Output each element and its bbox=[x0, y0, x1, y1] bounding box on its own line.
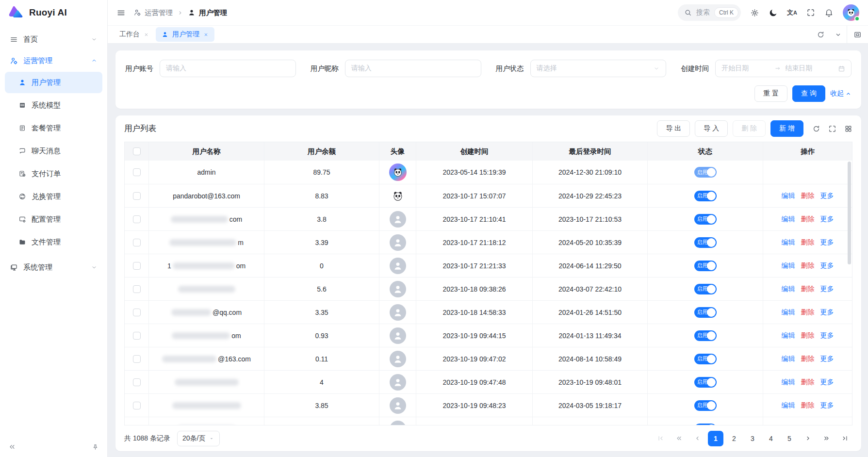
page-button-2[interactable]: 2 bbox=[726, 431, 742, 446]
status-toggle[interactable]: 启用 bbox=[694, 330, 717, 341]
edit-link[interactable]: 编辑 bbox=[782, 401, 795, 410]
delete-button[interactable]: 删 除 bbox=[733, 120, 766, 137]
more-link[interactable]: 更多 bbox=[820, 238, 834, 247]
row-checkbox[interactable] bbox=[133, 215, 141, 223]
search-button[interactable]: 查 询 bbox=[792, 85, 825, 102]
sidebar-item-file-management[interactable]: 文件管理 bbox=[5, 231, 102, 253]
status-toggle[interactable]: 启用 bbox=[694, 214, 717, 225]
status-toggle[interactable]: 启用 bbox=[694, 237, 717, 248]
last-page-button[interactable] bbox=[837, 431, 852, 446]
edit-link[interactable]: 编辑 bbox=[782, 238, 795, 247]
edit-link[interactable]: 编辑 bbox=[782, 285, 795, 294]
sidebar-item-system-model[interactable]: 系统模型 bbox=[5, 95, 102, 116]
content-fullscreen-icon[interactable] bbox=[847, 26, 868, 43]
dark-mode-moon-icon[interactable] bbox=[769, 8, 778, 17]
row-checkbox[interactable] bbox=[133, 355, 141, 363]
status-toggle[interactable]: 启用 bbox=[694, 307, 717, 318]
pin-sidebar-icon[interactable] bbox=[89, 441, 101, 453]
notifications-bell-icon[interactable] bbox=[824, 8, 834, 17]
menu-toggle-icon[interactable] bbox=[116, 8, 126, 17]
delete-link[interactable]: 删除 bbox=[801, 285, 815, 294]
sidebar-item-config-management[interactable]: 配置管理 bbox=[5, 209, 102, 230]
delete-link[interactable]: 删除 bbox=[801, 308, 815, 317]
table-refresh-icon[interactable] bbox=[812, 125, 820, 133]
delete-link[interactable]: 删除 bbox=[801, 215, 815, 224]
previous-page-button[interactable] bbox=[689, 431, 705, 446]
reset-button[interactable]: 重 置 bbox=[754, 85, 787, 102]
table-scrollbar[interactable] bbox=[848, 162, 851, 424]
filter-user-status-select[interactable]: 请选择 bbox=[530, 60, 667, 77]
row-checkbox[interactable] bbox=[133, 402, 141, 409]
row-checkbox[interactable] bbox=[133, 262, 141, 270]
settings-gear-icon[interactable] bbox=[750, 8, 759, 17]
more-link[interactable]: 更多 bbox=[820, 261, 834, 270]
export-button[interactable]: 导 出 bbox=[657, 120, 690, 137]
status-toggle[interactable]: 启用 bbox=[694, 354, 717, 364]
column-settings-grid-icon[interactable] bbox=[844, 125, 852, 133]
user-avatar[interactable] bbox=[843, 4, 859, 21]
edit-link[interactable]: 编辑 bbox=[782, 331, 795, 340]
tab-user-management[interactable]: 用户管理 bbox=[156, 27, 214, 42]
filter-user-account-input[interactable]: 请输入 bbox=[160, 60, 296, 77]
tab-close-icon[interactable] bbox=[144, 32, 149, 37]
jump-back-button[interactable] bbox=[671, 431, 687, 446]
breadcrumb-item-user-management[interactable]: 用户管理 bbox=[188, 8, 227, 17]
tab-close-icon[interactable] bbox=[203, 32, 209, 37]
breadcrumb-item-operations[interactable]: 运营管理 bbox=[133, 8, 173, 17]
tab-workbench[interactable]: 工作台 bbox=[114, 27, 155, 42]
page-size-select[interactable]: 20条/页 bbox=[177, 431, 220, 446]
status-toggle[interactable]: 启用 bbox=[694, 400, 717, 411]
row-checkbox[interactable] bbox=[133, 309, 141, 316]
more-link[interactable]: 更多 bbox=[820, 355, 834, 363]
row-checkbox[interactable] bbox=[133, 378, 141, 386]
delete-link[interactable]: 删除 bbox=[801, 355, 815, 363]
delete-link[interactable]: 删除 bbox=[801, 378, 815, 387]
row-checkbox[interactable] bbox=[133, 332, 141, 340]
more-link[interactable]: 更多 bbox=[820, 285, 834, 294]
import-button[interactable]: 导 入 bbox=[695, 120, 728, 137]
delete-link[interactable]: 删除 bbox=[801, 401, 815, 410]
more-link[interactable]: 更多 bbox=[820, 192, 834, 200]
sidebar-item-exchange-management[interactable]: 兑换管理 bbox=[5, 186, 102, 207]
refresh-page-icon[interactable] bbox=[812, 26, 829, 43]
more-link[interactable]: 更多 bbox=[820, 378, 834, 387]
delete-link[interactable]: 删除 bbox=[801, 192, 815, 200]
edit-link[interactable]: 编辑 bbox=[782, 215, 795, 224]
status-toggle[interactable]: 启用 bbox=[694, 167, 717, 178]
page-button-4[interactable]: 4 bbox=[763, 431, 779, 446]
row-checkbox[interactable] bbox=[133, 192, 141, 200]
jump-forward-button[interactable] bbox=[819, 431, 834, 446]
row-checkbox[interactable] bbox=[133, 239, 141, 246]
edit-link[interactable]: 编辑 bbox=[782, 192, 795, 200]
next-page-button[interactable] bbox=[800, 431, 816, 446]
table-fullscreen-icon[interactable] bbox=[828, 125, 836, 133]
scrollbar-thumb[interactable] bbox=[848, 162, 851, 264]
delete-link[interactable]: 删除 bbox=[801, 331, 815, 340]
filter-user-nickname-input[interactable]: 请输入 bbox=[345, 60, 481, 77]
tab-menu-chevron-down-icon[interactable] bbox=[829, 26, 847, 43]
collapse-filter-link[interactable]: 收起 bbox=[830, 89, 852, 98]
first-page-button[interactable] bbox=[653, 431, 668, 446]
delete-link[interactable]: 删除 bbox=[801, 261, 815, 270]
sidebar-section-operations[interactable]: 运营管理 bbox=[5, 50, 102, 71]
sidebar-item-chat-messages[interactable]: 聊天消息 bbox=[5, 140, 102, 162]
sidebar-item-package-management[interactable]: 套餐管理 bbox=[5, 117, 102, 139]
add-button[interactable]: 新 增 bbox=[770, 120, 803, 137]
more-link[interactable]: 更多 bbox=[820, 401, 834, 410]
status-toggle[interactable]: 启用 bbox=[694, 377, 717, 388]
edit-link[interactable]: 编辑 bbox=[782, 308, 795, 317]
row-checkbox[interactable] bbox=[133, 285, 141, 293]
language-translate-icon[interactable]: 文A bbox=[787, 8, 797, 17]
fullscreen-icon[interactable] bbox=[806, 8, 815, 17]
sidebar-section-system[interactable]: 系统管理 bbox=[5, 257, 102, 277]
select-all-checkbox[interactable] bbox=[133, 147, 141, 155]
page-button-1[interactable]: 1 bbox=[708, 431, 723, 446]
sidebar-item-user-management[interactable]: 用户管理 bbox=[5, 72, 102, 93]
sidebar-section-home[interactable]: 首页 bbox=[5, 29, 102, 49]
more-link[interactable]: 更多 bbox=[820, 308, 834, 317]
more-link[interactable]: 更多 bbox=[820, 215, 834, 224]
more-link[interactable]: 更多 bbox=[820, 331, 834, 340]
status-toggle[interactable]: 启用 bbox=[694, 261, 717, 271]
row-checkbox[interactable] bbox=[133, 168, 141, 176]
edit-link[interactable]: 编辑 bbox=[782, 261, 795, 270]
